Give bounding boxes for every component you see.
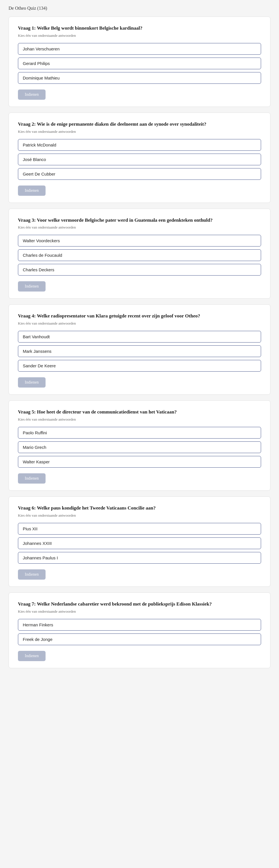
question-title-6: Vraag 6: Welke paus kondigde het Tweede …: [18, 505, 261, 512]
answer-option-q3-a2[interactable]: Charles de Foucauld: [18, 249, 261, 261]
question-card-3: Vraag 3: Voor welke vermoorde Belgische …: [8, 209, 271, 299]
question-title-3: Vraag 3: Voor welke vermoorde Belgische …: [18, 217, 261, 224]
answer-option-q5-a3[interactable]: Walter Kasper: [18, 456, 261, 468]
submit-button-q7[interactable]: Indienen: [18, 651, 45, 661]
question-card-4: Vraag 4: Welke radiopresentator van Klar…: [8, 304, 271, 395]
question-card-6: Vraag 6: Welke paus kondigde het Tweede …: [8, 496, 271, 587]
question-card-2: Vraag 2: Wie is de enige permanente diak…: [8, 113, 271, 203]
answer-option-q4-a2[interactable]: Mark Janssens: [18, 345, 261, 357]
answer-option-q4-a3[interactable]: Sander De Keere: [18, 360, 261, 372]
question-title-5: Vraag 5: Hoe heet de directeur van de co…: [18, 409, 261, 415]
question-card-5: Vraag 5: Hoe heet de directeur van de co…: [8, 400, 271, 491]
question-subtitle-6: Kies één van onderstaande antwoorden: [18, 513, 261, 518]
submit-button-q3[interactable]: Indienen: [18, 281, 45, 291]
answer-option-q1-a2[interactable]: Gerard Philips: [18, 58, 261, 69]
answer-option-q3-a1[interactable]: Walter Voordeckers: [18, 235, 261, 247]
question-card-1: Vraag 1: Welke Belg wordt binnenkort Bel…: [8, 17, 271, 107]
submit-button-q6[interactable]: Indienen: [18, 569, 45, 580]
answer-option-q6-a3[interactable]: Johannes Paulus I: [18, 552, 261, 564]
question-title-7: Vraag 7: Welke Nederlandse cabaretier we…: [18, 601, 261, 608]
answer-option-q4-a1[interactable]: Bart Vanhoudt: [18, 331, 261, 343]
submit-button-q1[interactable]: Indienen: [18, 90, 45, 100]
answer-option-q2-a1[interactable]: Patrick McDonald: [18, 139, 261, 151]
answer-option-q2-a2[interactable]: José Blanco: [18, 154, 261, 165]
submit-button-q4[interactable]: Indienen: [18, 377, 45, 388]
question-subtitle-7: Kies één van onderstaande antwoorden: [18, 609, 261, 614]
answer-option-q1-a1[interactable]: Johan Verschueren: [18, 43, 261, 55]
answer-option-q6-a2[interactable]: Johannes XXIII: [18, 537, 261, 549]
submit-button-q2[interactable]: Indienen: [18, 186, 45, 196]
answer-option-q1-a3[interactable]: Dominique Mathieu: [18, 72, 261, 84]
question-title-1: Vraag 1: Welke Belg wordt binnenkort Bel…: [18, 25, 261, 32]
answer-option-q7-a2[interactable]: Freek de Jonge: [18, 633, 261, 645]
answer-option-q5-a2[interactable]: Mario Grech: [18, 441, 261, 453]
submit-button-q5[interactable]: Indienen: [18, 473, 45, 484]
question-title-4: Vraag 4: Welke radiopresentator van Klar…: [18, 313, 261, 319]
question-subtitle-4: Kies één van onderstaande antwoorden: [18, 321, 261, 326]
answer-option-q2-a3[interactable]: Geert De Cubber: [18, 168, 261, 180]
question-subtitle-1: Kies één van onderstaande antwoorden: [18, 33, 261, 38]
question-subtitle-2: Kies één van onderstaande antwoorden: [18, 129, 261, 134]
question-subtitle-3: Kies één van onderstaande antwoorden: [18, 225, 261, 230]
question-card-7: Vraag 7: Welke Nederlandse cabaretier we…: [8, 592, 271, 668]
answer-option-q3-a3[interactable]: Charles Deckers: [18, 264, 261, 276]
answer-option-q5-a1[interactable]: Paolo Ruffini: [18, 427, 261, 439]
question-subtitle-5: Kies één van onderstaande antwoorden: [18, 417, 261, 422]
page-title: De Otheo Quiz (134): [8, 6, 271, 11]
question-title-2: Vraag 2: Wie is de enige permanente diak…: [18, 121, 261, 128]
answer-option-q6-a1[interactable]: Pius XII: [18, 523, 261, 535]
answer-option-q7-a1[interactable]: Herman Finkers: [18, 619, 261, 631]
